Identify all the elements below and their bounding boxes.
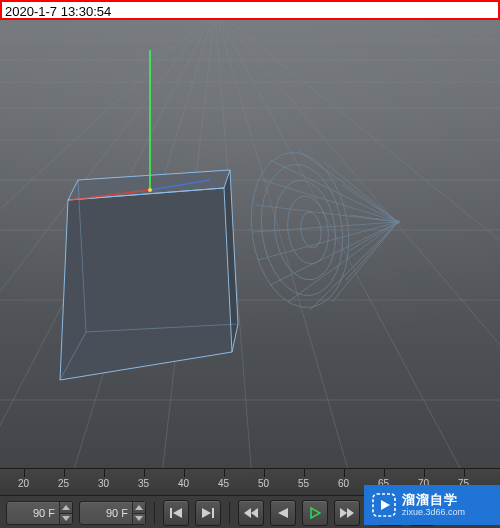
viewport-canvas	[0, 20, 500, 468]
svg-line-16	[215, 20, 500, 468]
current-frame-field[interactable]: 90 F	[6, 501, 73, 525]
play-reverse-button[interactable]	[270, 500, 296, 526]
svg-marker-54	[278, 508, 288, 518]
watermark-play-icon	[372, 493, 396, 517]
tick-label: 40	[178, 478, 189, 489]
timestamp-text: 2020-1-7 13:30:54	[2, 4, 111, 19]
svg-marker-62	[381, 500, 390, 510]
goto-end-button[interactable]	[195, 500, 221, 526]
watermark-url: zixue.3d66.com	[402, 508, 465, 517]
viewport-3d[interactable]	[0, 20, 500, 468]
next-key-icon	[339, 507, 355, 519]
svg-marker-46	[135, 505, 143, 510]
next-key-button[interactable]	[334, 500, 360, 526]
svg-marker-57	[347, 508, 354, 518]
prev-key-button[interactable]	[238, 500, 264, 526]
goto-start-button[interactable]	[163, 500, 189, 526]
timestamp-banner: 2020-1-7 13:30:54	[0, 0, 500, 20]
tick-label: 25	[58, 478, 69, 489]
scene-object-cube[interactable]	[60, 170, 238, 380]
end-step-up[interactable]	[133, 502, 145, 514]
separator	[229, 502, 230, 524]
svg-line-35	[310, 222, 398, 310]
end-frame-value: 90 F	[80, 507, 132, 519]
svg-line-18	[215, 20, 500, 468]
svg-marker-55	[311, 508, 320, 518]
current-frame-value: 90 F	[7, 507, 59, 519]
svg-line-33	[270, 222, 398, 285]
end-frame-field[interactable]: 90 F	[79, 501, 146, 525]
tick-label: 45	[218, 478, 229, 489]
svg-marker-19	[60, 188, 232, 380]
svg-line-37	[346, 222, 398, 280]
svg-line-42	[298, 150, 398, 222]
tick-label: 55	[298, 478, 309, 489]
goto-end-icon	[201, 507, 215, 519]
svg-marker-49	[173, 508, 182, 518]
tick-label: 60	[338, 478, 349, 489]
svg-marker-56	[340, 508, 347, 518]
tick-label: 35	[138, 478, 149, 489]
play-reverse-icon	[277, 507, 289, 519]
gizmo-origin[interactable]	[148, 188, 152, 192]
svg-rect-51	[212, 508, 214, 518]
watermark-badge: 溜溜自学 zixue.3d66.com	[364, 485, 500, 525]
play-forward-button[interactable]	[302, 500, 328, 526]
tick-label: 50	[258, 478, 269, 489]
goto-start-icon	[169, 507, 183, 519]
svg-marker-53	[251, 508, 258, 518]
svg-point-43	[397, 221, 400, 224]
frame-step-down[interactable]	[60, 514, 72, 525]
svg-line-41	[324, 162, 398, 222]
svg-marker-50	[202, 508, 211, 518]
svg-marker-47	[135, 516, 143, 521]
end-step-down[interactable]	[133, 514, 145, 525]
tick-label: 30	[98, 478, 109, 489]
svg-line-17	[215, 20, 500, 468]
play-forward-icon	[309, 507, 321, 519]
frame-step-up[interactable]	[60, 502, 72, 514]
svg-marker-45	[62, 516, 70, 521]
app-root: 2020-1-7 13:30:54	[0, 0, 500, 528]
svg-marker-44	[62, 505, 70, 510]
tick-label: 20	[18, 478, 29, 489]
separator	[154, 502, 155, 524]
watermark-title: 溜溜自学	[402, 493, 465, 506]
svg-line-15	[215, 20, 380, 468]
prev-key-icon	[243, 507, 259, 519]
svg-marker-52	[244, 508, 251, 518]
svg-rect-48	[170, 508, 172, 518]
